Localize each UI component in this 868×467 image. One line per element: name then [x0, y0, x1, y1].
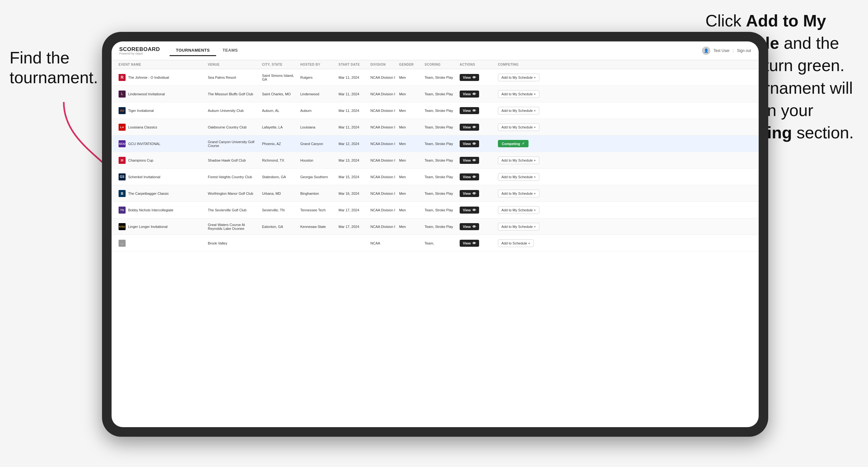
actions-cell: View 👁	[458, 171, 496, 183]
scoring-cell: Team, Stroke Play	[423, 173, 458, 181]
top-bar: SCOREBOARD Powered by clippd TOURNAMENTS…	[112, 41, 759, 60]
division-cell: NCAA Division I	[369, 139, 397, 148]
view-button[interactable]: View 👁	[460, 207, 479, 214]
add-to-schedule-button[interactable]: Add to My Schedule +	[498, 223, 539, 230]
event-name-cell: TN Bobby Nichols Intercollegiate	[117, 204, 206, 216]
user-label: Test User	[713, 49, 730, 53]
competing-cell: Add to My Schedule +	[496, 154, 553, 167]
view-button[interactable]: View 👁	[460, 91, 479, 97]
table-row: ... Brook ValleyNCAATeam, View 👁 Add to …	[112, 235, 759, 251]
view-button[interactable]: View 👁	[460, 74, 479, 81]
division-cell: NCAA Division I	[369, 222, 397, 231]
top-right: 👤 Test User | Sign out	[702, 46, 751, 55]
add-to-schedule-button[interactable]: Add to My Schedule +	[498, 123, 539, 131]
city-state-cell: Saint Simons Island, GA	[260, 71, 298, 84]
add-to-schedule-button[interactable]: Add to My Schedule +	[498, 157, 539, 164]
team-logo: L	[119, 91, 126, 97]
view-button[interactable]: View 👁	[460, 174, 479, 180]
add-to-schedule-button[interactable]: Add to My Schedule +	[498, 90, 539, 98]
table-row: LA Louisiana Classics Oakbourne Country …	[112, 119, 759, 135]
event-name: Louisiana Classics	[128, 125, 157, 129]
city-state-cell: Phoenix, AZ	[260, 139, 298, 148]
competing-cell: Add to My Schedule +	[496, 204, 553, 216]
division-cell: NCAA Division I	[369, 90, 397, 98]
hosted-by-cell: Rutgers	[298, 73, 337, 82]
event-name: The Carpetbagger Classic	[128, 192, 169, 195]
actions-cell: View 👁	[458, 71, 496, 84]
table-row: H Champions Cup Shadow Hawk Golf ClubRic…	[112, 152, 759, 168]
view-eye-icon: 👁	[472, 92, 476, 96]
scoring-cell: Team, Stroke Play	[423, 123, 458, 132]
gender-cell	[397, 241, 423, 246]
checkmark-icon: ✓	[522, 142, 525, 146]
view-button[interactable]: View 👁	[460, 124, 479, 131]
col-event-name: EVENT NAME	[117, 60, 206, 69]
view-button[interactable]: View 👁	[460, 107, 479, 114]
competing-cell: Add to My Schedule +	[496, 220, 553, 233]
sign-out-link[interactable]: Sign out	[737, 49, 751, 53]
event-name-cell: GS Schenkel Invitational	[117, 171, 206, 183]
scoring-cell: Team,	[423, 239, 458, 248]
city-state-cell	[260, 241, 298, 246]
venue-cell: Auburn University Club	[206, 106, 260, 115]
city-state-cell: Statesboro, GA	[260, 173, 298, 181]
view-button[interactable]: View 👁	[460, 140, 479, 147]
actions-cell: View 👁	[458, 138, 496, 150]
view-eye-icon: 👁	[472, 75, 476, 80]
division-cell: NCAA Division I	[369, 123, 397, 132]
actions-cell: View 👁	[458, 104, 496, 117]
actions-cell: View 👁	[458, 221, 496, 233]
view-eye-icon: 👁	[472, 225, 476, 228]
competing-button[interactable]: Competing ✓	[498, 140, 528, 147]
division-cell: NCAA	[369, 239, 397, 248]
view-button[interactable]: View 👁	[460, 240, 479, 247]
gender-cell: Men	[397, 123, 423, 132]
start-date-cell: Mar 13, 2024	[337, 156, 369, 165]
team-logo: ...	[119, 240, 126, 247]
logo-sub: Powered by clippd	[119, 52, 160, 55]
start-date-cell: Mar 11, 2024	[337, 90, 369, 98]
event-name: Champions Cup	[128, 158, 153, 162]
venue-cell: Forest Heights Country Club	[206, 173, 260, 181]
gender-cell: Men	[397, 189, 423, 198]
hosted-by-cell: Louisiana	[298, 123, 337, 132]
add-to-schedule-button[interactable]: Add to My Schedule +	[498, 173, 539, 181]
col-venue: VENUE	[206, 60, 260, 69]
add-to-schedule-button[interactable]: Add to My Schedule +	[498, 190, 539, 197]
event-name: The Johnnie - O Individual	[128, 75, 169, 80]
actions-cell: View 👁	[458, 204, 496, 216]
view-button[interactable]: View 👁	[460, 190, 479, 197]
table-row: GCU GCU INVITATIONAL Grand Canyon Univer…	[112, 135, 759, 152]
competing-cell: Add to My Schedule +	[496, 71, 553, 84]
hosted-by-cell: Lindenwood	[298, 90, 337, 98]
add-to-schedule-button[interactable]: Add to Schedule +	[498, 240, 534, 247]
competing-cell: Add to My Schedule +	[496, 187, 553, 200]
competing-label: Competing	[502, 142, 520, 146]
city-state-cell: Richmond, TX	[260, 156, 298, 165]
add-to-schedule-button[interactable]: Add to My Schedule +	[498, 206, 539, 214]
event-name-cell: LA Louisiana Classics	[117, 121, 206, 133]
logo-text: SCOREBOARD	[119, 46, 160, 52]
city-state-cell: Auburn, AL	[260, 106, 298, 115]
venue-cell: Brook Valley	[206, 239, 260, 248]
scoring-cell: Team, Stroke Play	[423, 90, 458, 98]
actions-cell: View 👁	[458, 121, 496, 133]
table-row: KSU Linger Longer Invitational Great Wat…	[112, 218, 759, 235]
venue-cell: Great Waters Course At Reynolds Lake Oco…	[206, 220, 260, 233]
venue-cell: Shadow Hawk Golf Club	[206, 156, 260, 165]
tab-teams[interactable]: TEAMS	[216, 45, 244, 56]
scoring-cell: Team, Stroke Play	[423, 73, 458, 82]
city-state-cell: Lafayette, LA	[260, 123, 298, 132]
view-button[interactable]: View 👁	[460, 157, 479, 164]
event-name: Bobby Nichols Intercollegiate	[128, 208, 174, 212]
col-scoring: SCORING	[423, 60, 458, 69]
add-to-schedule-button[interactable]: Add to My Schedule +	[498, 107, 539, 115]
table-row: R The Johnnie - O Individual Sea Palms R…	[112, 69, 759, 86]
start-date-cell: Mar 15, 2024	[337, 173, 369, 181]
table-row: GS Schenkel Invitational Forest Heights …	[112, 168, 759, 185]
competing-cell: Add to My Schedule +	[496, 88, 553, 100]
team-logo: GCU	[119, 140, 126, 147]
tab-tournaments[interactable]: TOURNAMENTS	[169, 45, 216, 56]
add-to-schedule-button[interactable]: Add to My Schedule +	[498, 74, 539, 81]
view-button[interactable]: View 👁	[460, 223, 479, 230]
